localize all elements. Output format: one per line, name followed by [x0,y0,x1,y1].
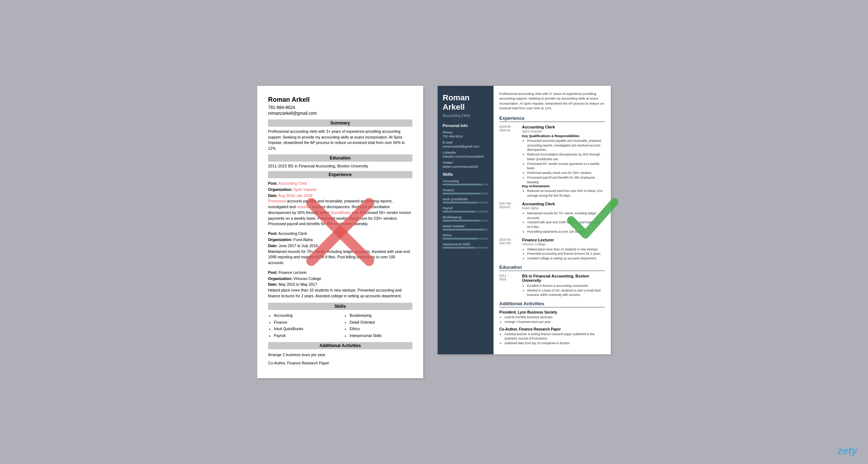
exp-desc-2: Maintained records for 70+ clients, incl… [268,249,412,266]
sidebar-phone: 781-984-9624 [443,135,488,138]
zety-logo: zety [838,445,857,457]
skill-accounting: Accounting [443,179,488,185]
job2-date-from: 2017-06 - [499,202,519,205]
job2-org: Fund Alpha [522,206,605,210]
left-phone: 781-984-9624 [268,105,412,110]
skill-bookkeeping: Bookkeeping [443,215,488,222]
skill-item: Ethics [350,325,412,332]
linkedin-label: LinkedIn [443,151,488,154]
job1-bullets: Processed accounts payable and receivabl… [522,139,605,185]
exp-entry-1: 2018-08 - 2020-01 Accounting Clerk Spire… [499,125,605,198]
exp-entry-2: 2017-06 - 2018-07 Accounting Clerk Fund … [499,202,605,234]
act-bullets-2: Assisted teacher in writing finance rese… [499,332,605,346]
job1-achievement: Reduced un-invoiced total from over 50% … [522,189,605,198]
edu-text: 2011-2015 BS in Financial Accounting, Bo… [268,164,412,168]
job1-date-to: 2020-01 [499,128,519,132]
skill-item: Accounting [274,312,337,319]
skill-ethics: Ethics [443,233,488,240]
exp-block-1: Post: Accounting Clerk Organization: Spi… [268,180,412,227]
act-title-2: Co-Author, Finance Research Paper [499,327,605,331]
page-container: Roman Arkell 781-984-9624 romanzarkell@g… [243,71,625,393]
act-entry-1: President, Lynn Business Society Lead bi… [499,310,605,324]
resume-sidebar: RomanArkell Accounting Clerk Personal In… [438,86,494,354]
edu-entry-1: 2011 - 2015 BS in Financial Accounting, … [499,274,605,297]
activities-bar: Additional Activities [268,342,412,349]
skills-col-1: Accounting Finance Intuit QuickBooks Pay… [268,312,337,340]
job3-org: Virtuoso College [522,242,601,246]
act-item-1: Arrange 2 business tours per year. [268,351,412,358]
exp-date-1: Date: Aug 2018–Jan 2020 [268,193,412,199]
job2-date-to: 2018-07 [499,205,519,209]
summary-bar: Summary [268,119,412,127]
act-item-2: Co-Author, Finance Research Paper [268,360,412,367]
phone-label: Phone [443,131,488,134]
skill-item: Bookkeeping [350,312,412,319]
main-intro: Professional accounting clerk with 3+ ye… [499,92,605,111]
exp-post-3: Post: Finance Lecturer [268,270,412,276]
edu-date-to: 2015 [499,277,519,281]
resume-right: RomanArkell Accounting Clerk Personal In… [438,86,611,354]
left-email: romanzarkell@gmail.com [268,111,412,116]
exp-entry-3: 2015-05 - 2017-05 Finance Lecturer Virtu… [499,238,605,261]
edu-bullets: Excelled in finance & accounting coursew… [522,284,605,297]
exp-post-1: Post: Accounting Clerk [268,180,412,187]
exp-org-1: Organization: Spire Impulse [268,187,412,193]
skill-item: Payroll [274,332,337,339]
exp-org-2: Organization: Fund Alpha [268,237,412,243]
act-title-1: President, Lynn Business Society [499,310,605,314]
experience-bar: Experience [268,171,412,178]
exp-date-2: Date: June 2017 to July 2018 [268,243,412,249]
sidebar-email: romanzarkell@gmail.com [443,145,488,148]
job1-org: Spire Impulse [522,130,605,133]
skill-payroll: Payroll [443,206,488,213]
education-section-title: Education [499,264,605,271]
job3-title: Finance Lecturer [522,238,601,242]
summary-text: Professional accounting clerk with 3+ ye… [268,129,412,152]
left-name: Roman Arkell [268,96,412,104]
exp-block-2: Post: Accounting Clerk Organization: Fun… [268,231,412,266]
skills-col-2: Bookkeeping Detail Oriented Ethics Inter… [344,312,412,340]
job2-title: Accounting Clerk [522,202,605,206]
skill-quickbooks: Intuit QuickBooks [443,197,488,203]
resume-main-content: Professional accounting clerk with 3+ ye… [494,86,611,354]
twitter-label: Twitter [443,161,488,165]
experience-section-title: Experience [499,115,605,122]
exp-date-3: Date: May 2015 to May 2017 [268,281,412,288]
exp-desc-3: Helped place more than 10 students in ne… [268,288,412,299]
job1-date-from: 2018-08 - [499,125,519,128]
sidebar-name: RomanArkell [443,93,488,112]
skill-item: Intuit QuickBooks [274,325,337,332]
job1-title: Accounting Clerk [522,125,605,129]
sidebar-twitter: twitter.com/romanzarkell [443,165,488,168]
act-entry-2: Co-Author, Finance Research Paper Assist… [499,327,605,346]
sidebar-linkedin: linkedin.com/in/romanzarkell [443,155,488,158]
skill-item: Detail Oriented [350,319,412,326]
resume-left: Roman Arkell 781-984-9624 romanzarkell@g… [257,86,423,378]
job3-date-to: 2017-05 [499,241,519,245]
edu-date-from: 2011 - [499,274,519,277]
job1-kq-label: Key Qualifications & Responsibilities [522,134,605,138]
education-bar: Education [268,154,412,162]
exp-post-2: Post: Accounting Clerk [268,231,412,237]
skill-item: Finance [274,319,337,326]
edu-degree: BS in Financial Accounting, Boston Unive… [522,274,605,283]
job1-ka-label: Key Achievement: [522,184,605,188]
personal-info-label: Personal Info [443,123,488,128]
email-label: E-mail [443,141,488,144]
exp-desc-1: Processed accounts payable and receivabl… [268,198,412,227]
exp-block-3: Post: Finance Lecturer Organization: Vir… [268,270,412,299]
exp-org-3: Organization: Virtuoso College [268,276,412,282]
act-bullets-1: Lead bi-monthly business seminars. Arran… [499,315,605,324]
skill-item: Interpersonal Skills [350,332,412,339]
job3-date-from: 2015-05 - [499,238,519,241]
job2-bullets: Maintained records for 70+ clients, incl… [522,211,605,234]
skill-detail: Detail Oriented [443,224,488,231]
skill-finance: Finance [443,188,488,194]
activities-section-title: Additional Activities [499,301,605,307]
skill-interpersonal: Interpersonal Skills [443,242,488,249]
skills-section-label: Skills [443,172,488,176]
skills-bar: Skills [268,303,412,310]
sidebar-title: Accounting Clerk [443,114,488,118]
job3-bullets: Helped place more than 10 students in ne… [522,247,601,261]
skills-cols: Accounting Finance Intuit QuickBooks Pay… [268,312,412,340]
